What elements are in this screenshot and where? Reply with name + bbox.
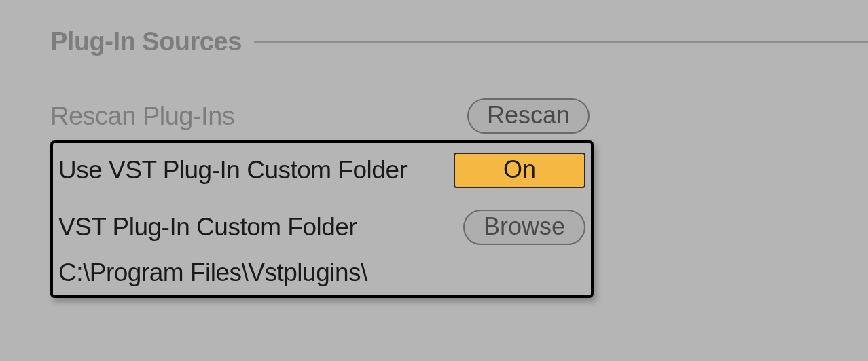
section-header: Plug-In Sources [50,27,868,56]
use-custom-folder-toggle[interactable]: On [454,153,585,188]
use-custom-folder-label: Use VST Plug-In Custom Folder [58,156,407,185]
custom-folder-row: VST Plug-In Custom Folder Browse [58,210,585,245]
custom-folder-box: Use VST Plug-In Custom Folder On VST Plu… [50,140,594,298]
custom-folder-path: C:\Program Files\Vstplugins\ [58,259,585,287]
section-title: Plug-In Sources [50,27,242,56]
custom-folder-label: VST Plug-In Custom Folder [58,213,357,242]
use-custom-folder-row: Use VST Plug-In Custom Folder On [58,153,585,188]
browse-button[interactable]: Browse [463,210,585,245]
rescan-row: Rescan Plug-Ins Rescan [50,98,868,134]
rescan-button[interactable]: Rescan [467,98,590,134]
section-divider [254,41,868,43]
rescan-label: Rescan Plug-Ins [50,102,234,131]
